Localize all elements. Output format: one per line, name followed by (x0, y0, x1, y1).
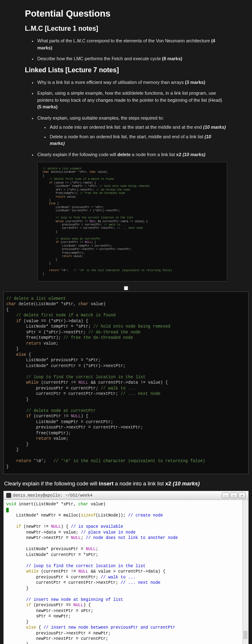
q-text: Clearly explain, using suitable examples… (37, 115, 164, 120)
list-item: Add a node into an ordered link list: at… (50, 124, 227, 131)
q-marks: (10 marks) (203, 125, 226, 130)
heading-linked: Linked Lists [Lecture 7 notes] (25, 66, 227, 74)
list-item: Explain, using a simple example, how the… (37, 90, 227, 110)
list-item: Clearly explain if the following code wi… (37, 151, 227, 158)
terminal-icon (6, 493, 11, 498)
document-body: Potential Questions L.M.C [Lecture 1 not… (0, 0, 252, 286)
list-item: Delete a node from an ordered link list,… (50, 133, 227, 147)
maximize-button[interactable]: ☐ (230, 492, 237, 498)
terminal-titlebar[interactable]: denis.manley@apollo: ~/OS2/week4 — ☐ ✕ (4, 491, 248, 500)
q-marks: (8 marks) (162, 56, 182, 61)
close-button[interactable]: ✕ (238, 492, 246, 498)
q-marks: (10 marks) (173, 480, 200, 487)
heading-main: Potential Questions (25, 8, 227, 19)
window-controls: — ☐ ✕ (222, 492, 246, 498)
list-item: Why is a link list a more efficient way … (37, 79, 227, 86)
sub-list: Add a node into an ordered link list: at… (37, 124, 227, 147)
scrollbar[interactable] (242, 500, 248, 644)
heading-lmc: L.M.C [Lecture 1 notes] (25, 25, 227, 32)
q-pre: Clearly explain if the following code wi… (4, 480, 99, 487)
q-pre: Clearly explain if the following code wi… (37, 152, 117, 157)
terminal-title: denis.manley@apollo: ~/OS2/week4 (13, 493, 92, 498)
q-text: What parts of the L.M.C correspond to th… (37, 38, 211, 43)
minimize-button[interactable]: — (222, 492, 229, 498)
terminal-body[interactable]: void insert(ListNode* *sPtr, char value)… (4, 500, 248, 644)
list-item: Clearly explain, using suitable examples… (37, 115, 227, 147)
q-x2: x2 (165, 480, 173, 487)
q-bold: insert (99, 480, 113, 487)
scrollbar-thumb[interactable] (243, 631, 247, 639)
list-item: Describe how the LMC performs the Fetch … (37, 55, 227, 62)
q-post: a node from a link list (131, 152, 176, 157)
q-text: Describe how the LMC performs the Fetch … (37, 56, 162, 61)
q-bold: delete (117, 152, 131, 157)
code-thumbnail-delete: // delete a list element char delete(Lis… (37, 162, 227, 282)
code-block-delete: // delete a list element char delete(Lis… (3, 291, 249, 475)
linked-list: Why is a link list a more efficient way … (25, 79, 227, 158)
q-post: a node into a link list (114, 480, 165, 487)
insert-question: Clearly explain if the following code wi… (0, 474, 252, 491)
q-marks: (3 marks) (185, 80, 205, 85)
list-item: What parts of the L.M.C correspond to th… (37, 37, 227, 51)
cursor: { (6, 508, 9, 512)
q-text: Add a node into an ordered link list: at… (50, 125, 203, 130)
q-text: Why is a link list a more efficient way … (37, 80, 185, 85)
lmc-list: What parts of the L.M.C correspond to th… (25, 37, 227, 62)
terminal-window: denis.manley@apollo: ~/OS2/week4 — ☐ ✕ v… (3, 491, 249, 644)
q-text: Explain, using a simple example, how the… (37, 91, 222, 103)
resize-handle-icon[interactable] (124, 286, 128, 290)
q-marks: (5 marks) (37, 104, 58, 109)
q-text: Delete a node from an ordered link list,… (50, 134, 205, 139)
q-marks: (10 marks) (182, 152, 205, 157)
q-x2: x2 (176, 152, 182, 157)
